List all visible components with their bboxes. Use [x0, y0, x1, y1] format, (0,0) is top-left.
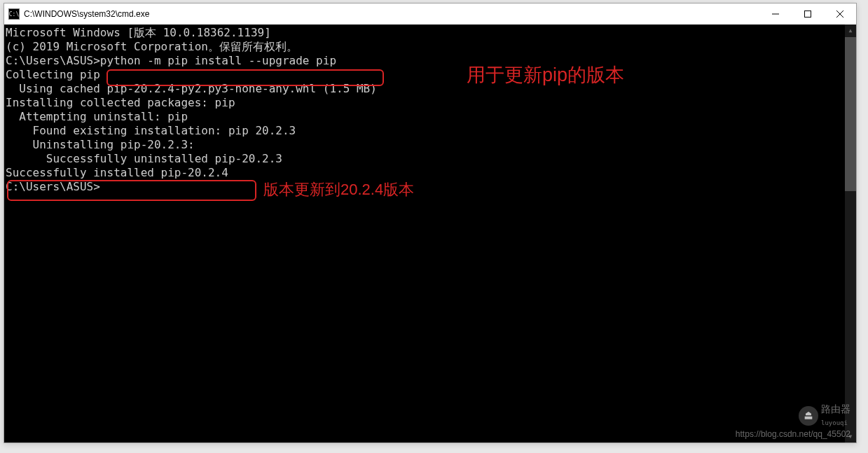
terminal-line: (c) 2019 Microsoft Corporation。保留所有权利。 [6, 40, 855, 54]
terminal-line: Uninstalling pip-20.2.3: [6, 138, 855, 152]
annotation-text-command: 用于更新pip的版本 [467, 68, 624, 82]
watermark-logo: 路由器 luyouqi [799, 402, 850, 430]
scrollbar[interactable]: ▲ ▼ [845, 25, 856, 442]
terminal-line: C:\Users\ASUS> [6, 180, 855, 194]
terminal-line: Successfully installed pip-20.2.4 [6, 166, 855, 180]
scrollbar-thumb[interactable] [845, 37, 856, 191]
terminal-line: Collecting pip [6, 68, 855, 82]
watermark-logo-text: 路由器 [821, 402, 850, 416]
terminal-line: C:\Users\ASUS>python -m pip install --up… [6, 54, 855, 68]
window-title: C:\WINDOWS\system32\cmd.exe [24, 9, 149, 19]
terminal-content: Microsoft Windows [版本 10.0.18362.1139] (… [4, 26, 856, 194]
terminal-line: Microsoft Windows [版本 10.0.18362.1139] [6, 26, 855, 40]
minimize-button[interactable] [759, 4, 792, 25]
window-controls [759, 4, 856, 25]
terminal-line: Installing collected packages: pip [6, 96, 855, 110]
watermark-url: https://blog.csdn.net/qq_45502 [736, 427, 850, 441]
terminal-line: Successfully uninstalled pip-20.2.3 [6, 152, 855, 166]
cmd-icon: C:\ [8, 8, 20, 20]
maximize-button[interactable] [792, 4, 824, 25]
annotation-text-success: 版本更新到20.2.4版本 [263, 183, 414, 197]
terminal-line: Attempting uninstall: pip [6, 110, 855, 124]
terminal-line: Using cached pip-20.2.4-py2.py3-none-any… [6, 82, 855, 96]
svg-rect-1 [805, 11, 811, 18]
titlebar[interactable]: C:\ C:\WINDOWS\system32\cmd.exe [4, 4, 856, 25]
terminal-line: Found existing installation: pip 20.2.3 [6, 124, 855, 138]
terminal-body[interactable]: Microsoft Windows [版本 10.0.18362.1139] (… [4, 25, 856, 442]
scroll-up-arrow[interactable]: ▲ [845, 25, 856, 36]
router-icon [799, 406, 818, 426]
cmd-window: C:\ C:\WINDOWS\system32\cmd.exe Microsof… [4, 3, 857, 443]
close-button[interactable] [824, 4, 856, 25]
